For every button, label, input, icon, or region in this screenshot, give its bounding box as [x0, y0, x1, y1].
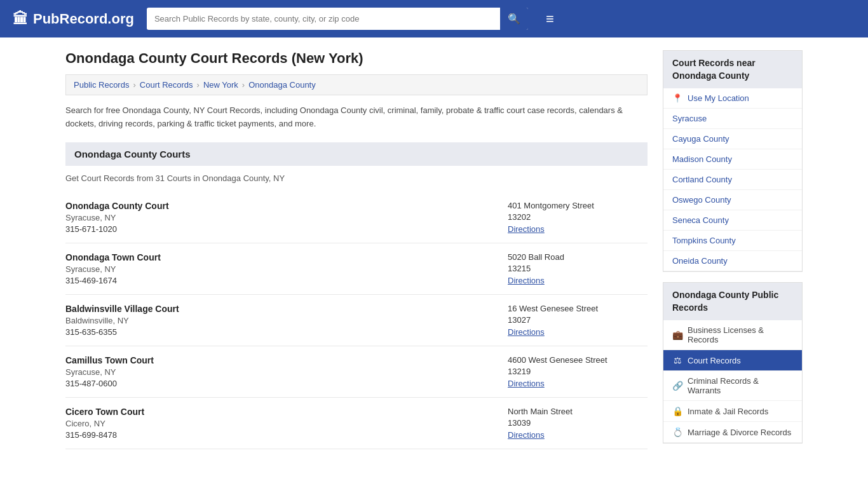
- court-phone: 315-469-1674: [65, 276, 495, 285]
- court-left: Baldwinsville Village Court Baldwinsvill…: [65, 304, 495, 337]
- directions-link[interactable]: Directions: [508, 430, 545, 440]
- breadcrumb-new-york[interactable]: New York: [203, 80, 238, 90]
- court-phone: 315-671-1020: [65, 224, 495, 234]
- sidebar-nearby-link[interactable]: Tompkins County: [663, 231, 802, 251]
- record-type-icon: 🔒: [672, 406, 682, 416]
- court-name: Camillus Town Court: [65, 355, 495, 365]
- site-header: 🏛 PubRecord.org 🔍 ≡: [0, 0, 868, 37]
- menu-button[interactable]: ≡: [546, 11, 554, 27]
- directions-link[interactable]: Directions: [508, 379, 545, 388]
- sidebar-public-records-header: Onondaga County Public Records: [663, 283, 802, 320]
- directions-link[interactable]: Directions: [508, 276, 545, 285]
- court-right: 4600 West Genesee Street 13219 Direction…: [508, 355, 648, 388]
- court-city: Cicero, NY: [65, 419, 495, 428]
- record-type-label: Criminal Records & Warrants: [688, 376, 793, 395]
- court-right: North Main Street 13039 Directions: [508, 407, 648, 440]
- court-city: Syracuse, NY: [65, 213, 495, 222]
- content-area: Onondaga County Court Records (New York)…: [65, 50, 648, 454]
- sidebar-public-records-link[interactable]: 💍Marriage & Divorce Records: [663, 422, 802, 443]
- court-entry: Cicero Town Court Cicero, NY 315-699-847…: [65, 398, 648, 449]
- court-right: 16 West Genesee Street 13027 Directions: [508, 304, 648, 337]
- record-type-label: Marriage & Divorce Records: [688, 428, 791, 437]
- court-right: 5020 Ball Road 13215 Directions: [508, 252, 648, 285]
- sidebar-nearby-link[interactable]: Cayuga County: [663, 129, 802, 149]
- sidebar-public-records-box: Onondaga County Public Records 💼Business…: [663, 282, 803, 444]
- page-description: Search for free Onondaga County, NY Cour…: [65, 104, 648, 131]
- sidebar-public-records-link[interactable]: 🔒Inmate & Jail Records: [663, 401, 802, 422]
- search-icon: 🔍: [508, 13, 520, 24]
- court-entry: Onondaga County Court Syracuse, NY 315-6…: [65, 192, 648, 243]
- court-name: Cicero Town Court: [65, 407, 495, 417]
- record-type-icon: ⚖: [672, 355, 682, 365]
- location-icon: 📍: [672, 93, 682, 103]
- search-input[interactable]: [147, 9, 500, 29]
- breadcrumb-court-records[interactable]: Court Records: [140, 80, 193, 90]
- court-phone: 315-487-0600: [65, 379, 495, 388]
- sidebar-public-records-link[interactable]: 🔗Criminal Records & Warrants: [663, 371, 802, 401]
- court-left: Cicero Town Court Cicero, NY 315-699-847…: [65, 407, 495, 440]
- court-name: Onondaga Town Court: [65, 252, 495, 262]
- court-address: 5020 Ball Road: [508, 252, 648, 262]
- sidebar-nearby-box: Court Records near Onondaga County 📍 Use…: [663, 50, 803, 272]
- logo-icon: 🏛: [13, 10, 28, 28]
- court-entry: Onondaga Town Court Syracuse, NY 315-469…: [65, 243, 648, 295]
- court-address: 16 West Genesee Street: [508, 304, 648, 313]
- court-zip: 13202: [508, 212, 648, 222]
- record-type-label: Inmate & Jail Records: [688, 407, 768, 416]
- sidebar-nearby-link[interactable]: Oneida County: [663, 251, 802, 271]
- record-type-label: Business Licenses & Records: [688, 325, 793, 344]
- record-type-icon: 🔗: [672, 381, 682, 391]
- breadcrumb-onondaga-county[interactable]: Onondaga County: [248, 80, 316, 90]
- court-left: Onondaga County Court Syracuse, NY 315-6…: [65, 201, 495, 234]
- breadcrumb: Public Records › Court Records › New Yor…: [65, 74, 648, 95]
- use-location-link[interactable]: 📍 Use My Location: [663, 88, 802, 109]
- sidebar-nearby-link[interactable]: Syracuse: [663, 109, 802, 129]
- hamburger-icon: ≡: [546, 11, 554, 27]
- court-phone: 315-635-6355: [65, 327, 495, 337]
- record-type-icon: 💍: [672, 427, 682, 437]
- court-zip: 13039: [508, 418, 648, 428]
- record-type-label: Court Records: [688, 356, 741, 365]
- court-address: North Main Street: [508, 407, 648, 416]
- court-left: Camillus Town Court Syracuse, NY 315-487…: [65, 355, 495, 388]
- court-address: 401 Montgomery Street: [508, 201, 648, 210]
- sidebar: Court Records near Onondaga County 📍 Use…: [663, 50, 803, 454]
- court-right: 401 Montgomery Street 13202 Directions: [508, 201, 648, 234]
- logo-text: PubRecord.org: [33, 11, 134, 27]
- logo[interactable]: 🏛 PubRecord.org: [13, 10, 134, 28]
- court-name: Onondaga County Court: [65, 201, 495, 211]
- court-city: Syracuse, NY: [65, 264, 495, 274]
- court-city: Syracuse, NY: [65, 367, 495, 377]
- court-address: 4600 West Genesee Street: [508, 355, 648, 365]
- breadcrumb-public-records[interactable]: Public Records: [74, 80, 129, 90]
- use-location-label: Use My Location: [688, 93, 749, 103]
- main-container: Onondaga County Court Records (New York)…: [53, 37, 815, 466]
- public-records-links: 💼Business Licenses & Records⚖Court Recor…: [663, 320, 802, 443]
- section-subtext: Get Court Records from 31 Courts in Onon…: [65, 173, 648, 183]
- court-zip: 13027: [508, 315, 648, 325]
- sidebar-nearby-link[interactable]: Madison County: [663, 149, 802, 170]
- sidebar-nearby-link[interactable]: Cortland County: [663, 170, 802, 190]
- search-button[interactable]: 🔍: [500, 8, 528, 30]
- sidebar-nearby-link[interactable]: Oswego County: [663, 190, 802, 210]
- directions-link[interactable]: Directions: [508, 327, 545, 337]
- court-left: Onondaga Town Court Syracuse, NY 315-469…: [65, 252, 495, 285]
- court-phone: 315-699-8478: [65, 430, 495, 440]
- court-entry: Camillus Town Court Syracuse, NY 315-487…: [65, 346, 648, 398]
- sidebar-nearby-link[interactable]: Seneca County: [663, 210, 802, 231]
- section-header: Onondaga County Courts: [65, 142, 648, 166]
- court-city: Baldwinsville, NY: [65, 316, 495, 325]
- sidebar-public-records-link[interactable]: 💼Business Licenses & Records: [663, 320, 802, 350]
- court-zip: 13215: [508, 264, 648, 273]
- page-title: Onondaga County Court Records (New York): [65, 50, 648, 67]
- court-entry: Baldwinsville Village Court Baldwinsvill…: [65, 295, 648, 346]
- record-type-icon: 💼: [672, 330, 682, 340]
- court-zip: 13219: [508, 367, 648, 376]
- nearby-links: SyracuseCayuga CountyMadison CountyCortl…: [663, 109, 802, 271]
- sidebar-nearby-header: Court Records near Onondaga County: [663, 51, 802, 88]
- search-bar: 🔍: [147, 8, 528, 30]
- directions-link[interactable]: Directions: [508, 224, 545, 234]
- court-name: Baldwinsville Village Court: [65, 304, 495, 314]
- sidebar-public-records-link[interactable]: ⚖Court Records: [663, 350, 802, 371]
- courts-list: Onondaga County Court Syracuse, NY 315-6…: [65, 192, 648, 449]
